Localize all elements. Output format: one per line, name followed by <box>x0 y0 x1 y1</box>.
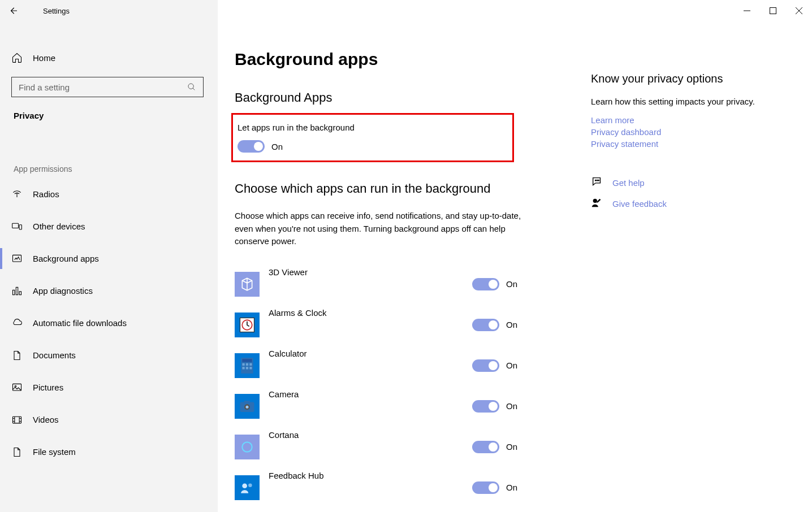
sidebar-item-other-devices[interactable]: Other devices <box>0 210 218 242</box>
svg-rect-19 <box>242 363 244 365</box>
page-title: Background apps <box>235 50 591 69</box>
svg-line-5 <box>193 88 195 90</box>
svg-point-4 <box>188 84 193 89</box>
sidebar-item-documents[interactable]: Documents <box>0 339 218 371</box>
other-devices-icon <box>11 221 23 232</box>
svg-rect-28 <box>244 401 250 403</box>
privacy-dashboard-link[interactable]: Privacy dashboard <box>591 127 789 137</box>
sidebar-item-videos[interactable]: Videos <box>0 403 218 436</box>
svg-point-35 <box>593 198 597 202</box>
sidebar-item-label: Pictures <box>33 383 63 392</box>
app-icon <box>235 394 260 419</box>
sidebar-item-app-diagnostics[interactable]: App diagnostics <box>0 275 218 307</box>
minimize-icon <box>744 7 750 14</box>
app-row: CortanaOn <box>235 427 534 467</box>
sidebar-item-pictures[interactable]: Pictures <box>0 371 218 403</box>
highlight-box: Let apps run in the background On <box>231 113 514 162</box>
app-name: Feedback Hub <box>269 467 472 480</box>
choose-description: Choose which apps can receive info, send… <box>235 210 534 248</box>
app-name: Alarms & Clock <box>269 305 472 318</box>
info-panel: Know your privacy options Learn how this… <box>591 50 789 512</box>
app-icon <box>235 353 260 378</box>
get-help-icon <box>591 176 603 190</box>
sidebar: Home Privacy App permissions Radios Othe… <box>0 21 218 512</box>
svg-rect-9 <box>13 290 15 294</box>
videos-icon <box>11 414 23 426</box>
svg-point-31 <box>248 483 252 487</box>
svg-rect-14 <box>13 416 21 423</box>
window-title: Settings <box>43 7 70 15</box>
app-icon <box>235 313 260 337</box>
sidebar-item-label: Automatic file downloads <box>33 318 127 328</box>
svg-point-13 <box>15 385 16 387</box>
main-content: Background apps Background Apps Let apps… <box>218 21 812 512</box>
app-toggle[interactable] <box>472 359 499 372</box>
svg-rect-8 <box>13 255 21 262</box>
sidebar-item-label: Videos <box>33 415 59 424</box>
sidebar-home-label: Home <box>33 53 55 63</box>
sidebar-home[interactable]: Home <box>0 44 218 71</box>
app-toggle-state: On <box>506 483 517 492</box>
svg-point-29 <box>242 442 252 452</box>
svg-point-27 <box>246 405 249 408</box>
file-system-icon <box>11 446 23 458</box>
sidebar-item-radios[interactable]: Radios <box>0 178 218 210</box>
svg-point-32 <box>595 180 596 180</box>
master-toggle-state: On <box>271 142 283 151</box>
give-feedback-link[interactable]: Give feedback <box>612 199 667 209</box>
svg-point-30 <box>242 483 247 488</box>
back-button[interactable] <box>0 0 27 21</box>
sidebar-item-label: Radios <box>33 189 59 199</box>
sidebar-item-file-system[interactable]: File system <box>0 436 218 468</box>
svg-rect-22 <box>242 367 244 369</box>
give-feedback-icon <box>591 197 603 211</box>
app-toggle-state: On <box>506 279 517 289</box>
app-row: CameraOn <box>235 386 534 427</box>
master-toggle[interactable] <box>237 140 265 153</box>
sidebar-item-automatic-file-downloads[interactable]: Automatic file downloads <box>0 307 218 339</box>
app-name: Camera <box>269 386 472 399</box>
radios-icon <box>11 189 23 200</box>
sidebar-item-background-apps[interactable]: Background apps <box>0 242 218 275</box>
window-controls <box>734 0 812 21</box>
sidebar-item-label: App diagnostics <box>33 286 93 296</box>
background-apps-icon <box>11 253 23 264</box>
pictures-icon <box>11 382 23 393</box>
privacy-desc: Learn how this setting impacts your priv… <box>591 96 789 109</box>
maximize-icon <box>770 7 776 14</box>
search-input[interactable] <box>19 83 187 92</box>
back-arrow-icon <box>8 6 19 16</box>
home-icon <box>11 52 23 63</box>
app-toggle-state: On <box>506 401 517 411</box>
get-help-link[interactable]: Get help <box>612 178 645 188</box>
minimize-button[interactable] <box>734 0 760 21</box>
app-toggle[interactable] <box>472 441 499 453</box>
close-button[interactable] <box>786 0 812 21</box>
sidebar-item-label: File system <box>33 447 76 457</box>
search-box[interactable] <box>11 77 204 97</box>
app-toggle[interactable] <box>472 278 499 290</box>
svg-rect-10 <box>16 287 18 294</box>
svg-rect-24 <box>249 367 252 369</box>
cloud-download-icon <box>11 318 23 329</box>
app-row: Alarms & ClockOn <box>235 305 534 345</box>
app-row: CalculatorOn <box>235 345 534 386</box>
app-toggle[interactable] <box>472 481 499 494</box>
privacy-heading: Know your privacy options <box>591 72 789 85</box>
app-toggle[interactable] <box>472 400 499 413</box>
svg-point-33 <box>597 180 597 180</box>
privacy-statement-link[interactable]: Privacy statement <box>591 139 789 149</box>
learn-more-link[interactable]: Learn more <box>591 115 789 125</box>
app-toggle-state: On <box>506 361 517 370</box>
close-icon <box>796 7 802 14</box>
app-icon <box>235 272 260 297</box>
svg-rect-6 <box>12 223 19 228</box>
app-toggle[interactable] <box>472 319 499 331</box>
app-name: 3D Viewer <box>269 264 472 277</box>
maximize-button[interactable] <box>760 0 786 21</box>
sidebar-category: Privacy <box>0 97 218 125</box>
app-toggle-state: On <box>506 320 517 329</box>
app-row: 3D ViewerOn <box>235 264 534 305</box>
documents-icon <box>11 350 23 361</box>
app-name: Calculator <box>269 345 472 358</box>
